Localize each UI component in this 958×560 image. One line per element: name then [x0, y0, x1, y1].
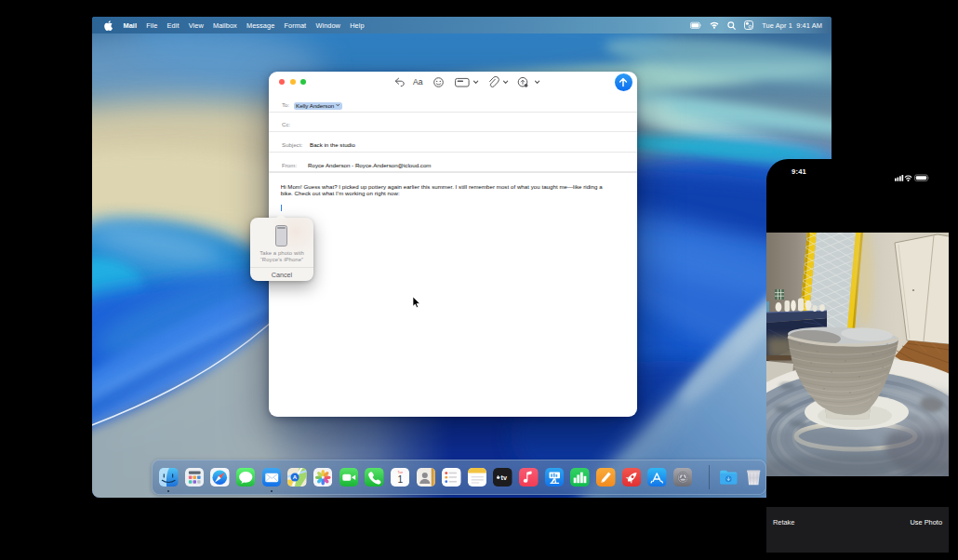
svg-text:1: 1: [397, 474, 403, 485]
svg-text:A: A: [293, 474, 298, 480]
svg-text:tv: tv: [501, 473, 507, 482]
